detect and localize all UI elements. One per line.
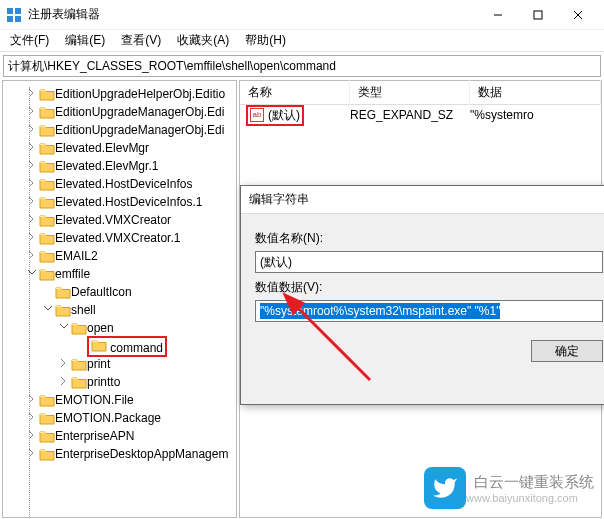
svg-rect-0 [7, 8, 13, 14]
value-data: "%systemro [470, 108, 534, 122]
close-icon [573, 10, 583, 20]
value-data-input[interactable]: "%systemroot%\system32\mspaint.exe" "%1" [255, 300, 603, 322]
folder-icon [39, 123, 55, 137]
tree-item[interactable]: DefaultIcon [3, 283, 236, 301]
tree-twisty[interactable] [25, 195, 39, 209]
tree-twisty[interactable] [25, 105, 39, 119]
tree-item[interactable]: EditionUpgradeManagerObj.Edi [3, 121, 236, 139]
tree-twisty[interactable] [25, 267, 39, 281]
col-type[interactable]: 类型 [350, 80, 470, 105]
menu-edit[interactable]: 编辑(E) [59, 30, 111, 51]
value-data-text: "%systemroot%\system32\mspaint.exe" "%1" [260, 303, 500, 319]
menu-help[interactable]: 帮助(H) [239, 30, 292, 51]
folder-icon [39, 411, 55, 425]
tree-label: emffile [55, 267, 90, 281]
value-name-label: 数值名称(N): [255, 230, 603, 247]
tree-item[interactable]: print [3, 355, 236, 373]
tree-twisty[interactable] [41, 303, 55, 317]
tree-item[interactable]: EditionUpgradeManagerObj.Edi [3, 103, 236, 121]
tree-item[interactable]: EditionUpgradeHelperObj.Editio [3, 85, 236, 103]
tree-item[interactable]: EMOTION.File [3, 391, 236, 409]
svg-rect-1 [15, 8, 21, 14]
folder-icon [39, 249, 55, 263]
minimize-button[interactable] [478, 0, 518, 30]
tree-twisty[interactable] [25, 393, 39, 407]
menu-favorites[interactable]: 收藏夹(A) [171, 30, 235, 51]
tree-item[interactable]: EMAIL2 [3, 247, 236, 265]
folder-icon [39, 87, 55, 101]
folder-icon [39, 105, 55, 119]
value-name: (默认) [268, 107, 300, 124]
app-icon [6, 7, 22, 23]
tree-label: EMOTION.Package [55, 411, 161, 425]
tree-item[interactable]: Elevated.VMXCreator [3, 211, 236, 229]
tree-twisty[interactable] [25, 213, 39, 227]
tree-label: Elevated.HostDeviceInfos.1 [55, 195, 202, 209]
folder-icon [39, 159, 55, 173]
folder-icon [71, 375, 87, 389]
watermark: 白云一键重装系统 www.baiyunxitong.com [424, 467, 594, 509]
address-bar[interactable]: 计算机\HKEY_CLASSES_ROOT\emffile\shell\open… [3, 55, 601, 77]
tree-twisty[interactable] [25, 411, 39, 425]
tree-twisty[interactable] [25, 447, 39, 461]
maximize-icon [533, 10, 543, 20]
edit-string-dialog: 编辑字符串 数值名称(N): 数值数据(V): "%systemroot%\sy… [240, 185, 604, 405]
tree-label: print [87, 357, 110, 371]
col-name[interactable]: 名称 [240, 80, 350, 105]
tree-label: EnterpriseAPN [55, 429, 134, 443]
tree-pane[interactable]: EditionUpgradeHelperObj.Editio EditionUp… [2, 80, 237, 518]
tree-twisty[interactable] [25, 123, 39, 137]
dialog-title: 编辑字符串 [241, 186, 604, 214]
tree-twisty[interactable] [25, 87, 39, 101]
tree-item[interactable]: Elevated.HostDeviceInfos [3, 175, 236, 193]
tree-label: EditionUpgradeManagerObj.Edi [55, 123, 224, 137]
menubar: 文件(F) 编辑(E) 查看(V) 收藏夹(A) 帮助(H) [0, 30, 604, 52]
tree-twisty[interactable] [25, 231, 39, 245]
tree-item[interactable]: EnterpriseDesktopAppManagem [3, 445, 236, 463]
tree-item[interactable]: Elevated.ElevMgr.1 [3, 157, 236, 175]
menu-view[interactable]: 查看(V) [115, 30, 167, 51]
tree-twisty[interactable] [25, 249, 39, 263]
tree-item[interactable]: EnterpriseAPN [3, 427, 236, 445]
tree-item[interactable]: emffile [3, 265, 236, 283]
maximize-button[interactable] [518, 0, 558, 30]
tree-twisty[interactable] [57, 375, 71, 389]
value-name-input[interactable] [255, 251, 603, 273]
folder-icon [39, 429, 55, 443]
ok-button[interactable]: 确定 [531, 340, 603, 362]
watermark-icon [424, 467, 466, 509]
column-headers: 名称 类型 数据 [240, 81, 601, 105]
tree-twisty[interactable] [25, 141, 39, 155]
tree-item[interactable]: printto [3, 373, 236, 391]
tree-label: command [110, 341, 163, 355]
folder-icon [39, 393, 55, 407]
tree-twisty[interactable] [25, 177, 39, 191]
tree-label: Elevated.ElevMgr [55, 141, 149, 155]
svg-rect-5 [534, 11, 542, 19]
tree-item[interactable]: Elevated.ElevMgr [3, 139, 236, 157]
tree-item[interactable]: Elevated.HostDeviceInfos.1 [3, 193, 236, 211]
tree-item[interactable]: Elevated.VMXCreator.1 [3, 229, 236, 247]
value-data-label: 数值数据(V): [255, 279, 603, 296]
tree-label: printto [87, 375, 120, 389]
tree-twisty[interactable] [57, 321, 71, 335]
tree-twisty[interactable] [57, 357, 71, 371]
folder-icon [39, 195, 55, 209]
tree-item[interactable]: shell [3, 301, 236, 319]
string-icon: ab [250, 108, 264, 122]
col-data[interactable]: 数据 [470, 80, 601, 105]
tree-item[interactable]: EMOTION.Package [3, 409, 236, 427]
tree-item[interactable]: open [3, 319, 236, 337]
svg-rect-3 [15, 16, 21, 22]
folder-icon [55, 303, 71, 317]
value-row[interactable]: ab (默认) REG_EXPAND_SZ "%systemro [240, 105, 601, 125]
tree-label: EditionUpgradeManagerObj.Edi [55, 105, 224, 119]
close-button[interactable] [558, 0, 598, 30]
tree-twisty[interactable] [25, 159, 39, 173]
tree-item[interactable]: command [3, 337, 236, 355]
tree-label: EMAIL2 [55, 249, 98, 263]
folder-icon [91, 338, 107, 352]
menu-file[interactable]: 文件(F) [4, 30, 55, 51]
watermark-url: www.baiyunxitong.com [466, 492, 594, 504]
tree-twisty[interactable] [25, 429, 39, 443]
